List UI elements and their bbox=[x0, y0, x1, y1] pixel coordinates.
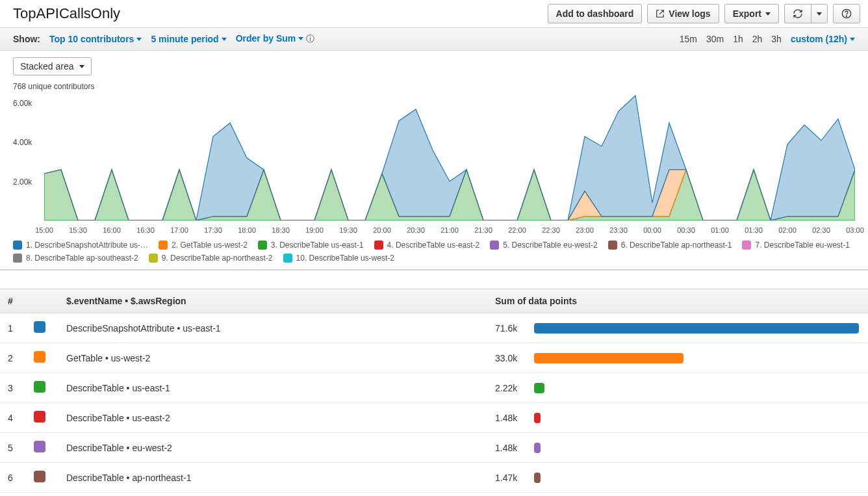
x-tick-label: 22:00 bbox=[508, 226, 526, 234]
chart-type-dropdown[interactable]: Stacked area bbox=[13, 57, 92, 75]
table-row[interactable]: 2GetTable • us-west-233.0k bbox=[0, 343, 868, 373]
legend-label: 8. DescribeTable ap-southeast-2 bbox=[26, 254, 138, 263]
caret-down-icon bbox=[79, 65, 84, 68]
col-rank[interactable]: # bbox=[0, 289, 26, 313]
table-row[interactable]: 4DescribeTable • us-east-21.48k bbox=[0, 403, 868, 433]
refresh-options-button[interactable] bbox=[811, 4, 828, 23]
x-tick-label: 17:00 bbox=[170, 226, 188, 234]
legend-item[interactable]: 10. DescribeTable us-west-2 bbox=[283, 254, 394, 263]
y-tick-label: 4.00k bbox=[13, 138, 32, 147]
cell-key: DescribeTable • eu-west-2 bbox=[58, 433, 487, 463]
table-row[interactable]: 3DescribeTable • us-east-12.22k bbox=[0, 373, 868, 403]
legend-label: 3. DescribeTable us-east-1 bbox=[271, 241, 364, 250]
range-1h[interactable]: 1h bbox=[733, 34, 743, 44]
x-tick-label: 20:00 bbox=[373, 226, 391, 234]
legend-label: 4. DescribeTable us-east-2 bbox=[387, 241, 480, 250]
cell-rank: 4 bbox=[0, 403, 26, 433]
legend-label: 6. DescribeTable ap-northeast-1 bbox=[621, 241, 732, 250]
cell-sum: 1.48k bbox=[487, 403, 868, 433]
col-sum[interactable]: Sum of data points bbox=[487, 289, 868, 313]
legend-label: 10. DescribeTable us-west-2 bbox=[296, 254, 394, 263]
legend-swatch bbox=[374, 241, 383, 250]
x-tick-label: 19:00 bbox=[305, 226, 324, 234]
legend-swatch bbox=[13, 254, 22, 263]
external-link-icon bbox=[656, 9, 665, 18]
legend-item[interactable]: 8. DescribeTable ap-southeast-2 bbox=[13, 254, 138, 263]
table-row[interactable]: 1DescribeSnapshotAttribute • us-east-171… bbox=[0, 313, 868, 343]
cell-key: DescribeTable • eu-west-1 bbox=[58, 493, 487, 497]
legend-label: 7. DescribeTable eu-west-1 bbox=[755, 241, 849, 250]
legend-item[interactable]: 5. DescribeTable eu-west-2 bbox=[490, 241, 597, 250]
add-to-dashboard-button[interactable]: Add to dashboard bbox=[548, 4, 643, 23]
caret-down-icon bbox=[136, 38, 142, 41]
x-tick-label: 00:00 bbox=[643, 226, 661, 234]
x-tick-label: 20:30 bbox=[407, 226, 425, 234]
cell-sum: 33.0k bbox=[487, 343, 868, 373]
export-button[interactable]: Export bbox=[724, 4, 779, 23]
x-tick-label: 01:30 bbox=[745, 226, 763, 234]
range-30m[interactable]: 30m bbox=[706, 34, 724, 44]
show-label: Show: bbox=[13, 34, 40, 44]
legend-item[interactable]: 9. DescribeTable ap-northeast-2 bbox=[149, 254, 273, 263]
x-tick-label: 23:30 bbox=[609, 226, 628, 234]
table-row[interactable]: 6DescribeTable • ap-northeast-11.47k bbox=[0, 463, 868, 493]
legend-item[interactable]: 7. DescribeTable eu-west-1 bbox=[742, 241, 849, 250]
contributors-table: # $.eventName • $.awsRegion Sum of data … bbox=[0, 289, 868, 496]
cell-key: GetTable • us-west-2 bbox=[58, 343, 487, 373]
legend-label: 2. GetTable us-west-2 bbox=[172, 241, 248, 250]
contributors-dropdown[interactable]: Top 10 contributors bbox=[49, 34, 142, 44]
refresh-button[interactable] bbox=[784, 4, 811, 23]
help-button[interactable] bbox=[833, 4, 860, 23]
col-key[interactable]: $.eventName • $.awsRegion bbox=[58, 289, 487, 313]
legend-swatch bbox=[608, 241, 617, 250]
x-tick-label: 22:30 bbox=[542, 226, 560, 234]
row-swatch bbox=[34, 381, 45, 393]
caret-down-icon bbox=[765, 12, 771, 16]
range-15m[interactable]: 15m bbox=[680, 34, 697, 44]
legend-item[interactable]: 2. GetTable us-west-2 bbox=[159, 241, 248, 250]
cell-key: DescribeTable • us-east-1 bbox=[58, 373, 487, 403]
cell-sum: 1.48k bbox=[487, 433, 868, 463]
cell-key: DescribeTable • us-east-2 bbox=[58, 403, 487, 433]
cell-sum: 1.47k bbox=[487, 493, 868, 497]
cell-sum: 1.47k bbox=[487, 463, 868, 493]
period-dropdown[interactable]: 5 minute period bbox=[151, 34, 226, 44]
svg-point-1 bbox=[846, 16, 847, 16]
x-tick-label: 18:00 bbox=[238, 226, 256, 234]
cell-rank: 6 bbox=[0, 463, 26, 493]
cell-sum: 2.22k bbox=[487, 373, 868, 403]
x-tick-label: 03:00 bbox=[846, 226, 864, 234]
x-tick-label: 19:30 bbox=[339, 226, 357, 234]
table-row[interactable]: 5DescribeTable • eu-west-21.48k bbox=[0, 433, 868, 463]
legend-item[interactable]: 3. DescribeTable us-east-1 bbox=[258, 241, 364, 250]
y-tick-label: 6.00k bbox=[13, 99, 32, 108]
orderby-dropdown[interactable]: Order by Sum bbox=[236, 33, 304, 44]
legend-item[interactable]: 6. DescribeTable ap-northeast-1 bbox=[608, 241, 732, 250]
row-swatch bbox=[34, 411, 45, 423]
table-row[interactable]: 7DescribeTable • eu-west-11.47k bbox=[0, 493, 868, 497]
cell-sum: 71.6k bbox=[487, 313, 868, 343]
legend-item[interactable]: 1. DescribeSnapshotAttribute us-… bbox=[13, 241, 148, 250]
header-actions: Add to dashboard View logs Export bbox=[548, 4, 860, 23]
range-3h[interactable]: 3h bbox=[771, 34, 782, 44]
cell-rank: 5 bbox=[0, 433, 26, 463]
cell-key: DescribeTable • ap-northeast-1 bbox=[58, 463, 487, 493]
range-custom[interactable]: custom (12h) bbox=[791, 34, 855, 44]
view-logs-button[interactable]: View logs bbox=[647, 4, 719, 23]
x-tick-label: 18:30 bbox=[272, 226, 290, 234]
range-2h[interactable]: 2h bbox=[752, 34, 763, 44]
legend-swatch bbox=[742, 241, 751, 250]
info-icon[interactable]: ⓘ bbox=[306, 34, 314, 44]
legend-swatch bbox=[13, 241, 22, 250]
cell-rank: 3 bbox=[0, 373, 26, 403]
legend-swatch bbox=[283, 254, 292, 263]
chart: 2.00k4.00k6.00k 15:0015:3016:0016:3017:0… bbox=[13, 94, 855, 237]
cell-rank: 1 bbox=[0, 313, 26, 343]
legend-swatch bbox=[159, 241, 168, 250]
page-title: TopAPICallsOnly bbox=[13, 5, 120, 22]
x-tick-label: 02:00 bbox=[778, 226, 797, 234]
refresh-icon bbox=[793, 8, 803, 19]
legend-item[interactable]: 4. DescribeTable us-east-2 bbox=[374, 241, 480, 250]
row-swatch bbox=[34, 351, 45, 363]
row-swatch bbox=[34, 471, 45, 482]
